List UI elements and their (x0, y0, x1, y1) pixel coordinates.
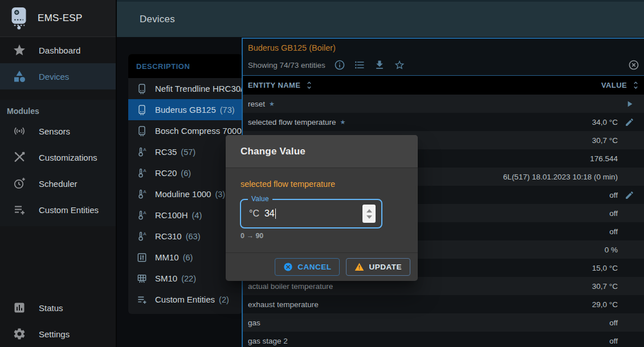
stepper-up-icon[interactable] (366, 209, 372, 213)
device-list-item[interactable]: A RC35 (57) (128, 141, 242, 162)
update-button[interactable]: UPDATE (346, 258, 410, 276)
entity-name: reset (248, 100, 265, 108)
cancel-button-label: CANCEL (297, 263, 331, 271)
svg-text:A: A (143, 189, 146, 194)
column-value: VALUE (601, 81, 627, 89)
text-cursor (275, 209, 276, 219)
dialog-footer: CANCEL UPDATE (226, 252, 418, 281)
sidebar-item-custom-entities[interactable]: Custom Entities (0, 197, 116, 223)
thermostat-icon: A (136, 231, 148, 242)
entity-value: off (288, 337, 618, 345)
sidebar-item-dashboard[interactable]: Dashboard (0, 37, 116, 63)
entity-name: exhaust temperature (248, 300, 319, 309)
device-name: RC310 (155, 231, 182, 241)
device-name: MM10 (155, 252, 179, 262)
sort-icon[interactable] (304, 80, 314, 90)
device-entity-count: (22) (181, 274, 196, 283)
device-list-item[interactable]: A Moduline 1000 (3) (128, 183, 242, 205)
thermostat-icon: A (136, 210, 148, 221)
playlist-add-icon (136, 294, 148, 305)
dialog-entity-name: selected flow temperature (241, 179, 335, 189)
playlist-add-icon (13, 203, 26, 217)
status-chart-icon (13, 301, 26, 315)
thermostat-icon: A (136, 146, 148, 158)
edit-icon[interactable] (618, 190, 641, 200)
app-title: EMS-ESP (38, 13, 83, 24)
entity-name: actual boiler temperature (248, 282, 333, 291)
tools-icon (13, 150, 26, 164)
device-list-item[interactable]: Bosch Compress 7000i (128, 120, 242, 141)
modules-label: Modules (0, 100, 116, 118)
device-name: SM10 (155, 273, 177, 283)
device-name: Custom Entities (155, 295, 215, 304)
entity-table-row[interactable]: exhaust temperature★ 29,0 °C (243, 295, 644, 313)
sidebar-item-scheduler[interactable]: Scheduler (0, 170, 116, 197)
number-stepper[interactable] (362, 205, 376, 223)
entity-value: 30,7 °C (333, 282, 618, 291)
entity-table-row[interactable]: reset★ (243, 95, 644, 113)
device-list-item[interactable]: SM10 (22) (128, 268, 242, 289)
sidebar-item-customizations[interactable]: Customizations (0, 144, 116, 170)
device-entity-count: (63) (186, 232, 201, 241)
favorite-star-icon: ★ (269, 100, 275, 107)
warning-icon (354, 262, 364, 272)
star-icon (13, 43, 26, 57)
device-entity-count: (6) (181, 169, 191, 178)
sidebar-item-devices[interactable]: Devices (0, 63, 116, 89)
cancel-button[interactable]: CANCEL (275, 258, 340, 276)
device-entity-count: (6) (183, 253, 193, 262)
device-name: Moduline 1000 (155, 189, 211, 199)
category-icon (13, 70, 26, 83)
sidebar-item-label: Devices (39, 72, 69, 81)
entity-panel-subheader: Buderus GB125 (Boiler) Showing 74/73 ent… (243, 39, 644, 76)
entity-name: selected flow temperature (248, 118, 336, 126)
sidebar-item-sensors[interactable]: Sensors (0, 118, 116, 144)
device-list-item[interactable]: Nefit Trendline HRC30/C (128, 78, 242, 99)
info-icon[interactable] (334, 59, 345, 71)
device-list-item[interactable]: Buderus GB125 (73) (128, 99, 242, 120)
device-list-item[interactable]: MM10 (6) (128, 247, 242, 268)
value-input[interactable]: Value °C 34 (240, 199, 382, 228)
entity-name: gas stage 2 (248, 337, 288, 345)
sidebar-item-label: Settings (39, 329, 70, 339)
entity-table-row[interactable]: gas★ off (243, 313, 644, 332)
mixer-icon (136, 252, 148, 263)
dialog-header: Change Value (226, 135, 418, 168)
device-list-item[interactable]: A RC310 (63) (128, 226, 242, 247)
dialog-title: Change Value (241, 146, 305, 157)
sidebar-item-status[interactable]: Status (0, 295, 116, 321)
device-list: DESCRIPTION Nefit Trendline HRC30/C Bude… (128, 54, 242, 314)
page-title: Devices (140, 14, 175, 25)
sidebar-item-settings[interactable]: Settings (0, 321, 116, 347)
entity-table-row[interactable]: gas stage 2★ off (243, 332, 644, 347)
thermostat-icon: A (136, 168, 148, 179)
value-input-label: Value (248, 195, 272, 203)
boiler-logo-icon (9, 6, 30, 30)
sidebar-nav-bottom: StatusSettings (0, 295, 116, 347)
device-name: RC100H (155, 210, 188, 220)
close-circle-icon[interactable] (628, 59, 639, 71)
sensors-icon (13, 124, 26, 138)
download-icon[interactable] (374, 59, 385, 71)
play-icon[interactable] (618, 99, 641, 109)
device-list-item[interactable]: Custom Entities (2) (128, 289, 242, 310)
edit-icon[interactable] (618, 117, 641, 127)
star-outline-icon[interactable] (394, 59, 405, 71)
cancel-circle-icon (283, 262, 293, 272)
entity-table-row[interactable]: selected flow temperature★ 34,0 °C (243, 113, 644, 131)
sidebar-item-label: Status (39, 303, 63, 313)
stepper-down-icon[interactable] (366, 215, 372, 219)
change-value-dialog: Change Value selected flow temperature V… (226, 135, 418, 281)
device-name: Nefit Trendline HRC30/C (155, 84, 242, 93)
device-name: RC35 (155, 147, 177, 157)
sidebar-item-label: Scheduler (39, 179, 78, 189)
device-list-item[interactable]: A RC100H (4) (128, 205, 242, 226)
device-list-item[interactable]: A RC20 (6) (128, 162, 242, 183)
boiler-icon (136, 104, 148, 116)
sort-icon[interactable] (631, 80, 641, 90)
thermostat-icon: A (136, 189, 148, 200)
list-icon[interactable] (354, 59, 365, 71)
entity-count-text: Showing 74/73 entities (248, 61, 325, 70)
app-logo-area: EMS-ESP (0, 0, 116, 37)
column-entity-name: ENTITY NAME (248, 81, 300, 89)
